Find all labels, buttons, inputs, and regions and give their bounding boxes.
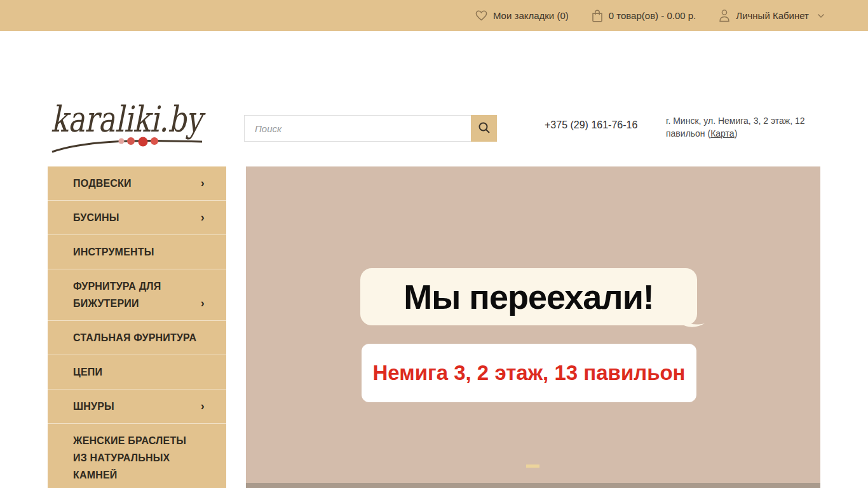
bag-icon <box>592 10 603 22</box>
sidebar-item-instrumenty[interactable]: ИНСТРУМЕНТЫ <box>48 235 226 269</box>
bookmarks-label: Мои закладки (0) <box>493 10 569 21</box>
chevron-right-icon: › <box>201 209 205 226</box>
speech-bubble-tail <box>681 317 707 330</box>
logo-text: karaliki.by <box>51 98 206 140</box>
store-address: г. Минск, ул. Немига, 3, 2 этаж, 12 пави… <box>666 114 818 140</box>
search-input[interactable] <box>244 115 471 142</box>
sidebar-item-businy[interactable]: БУСИНЫ › <box>48 201 226 235</box>
sidebar-item-tsepi[interactable]: ЦЕПИ <box>48 355 226 390</box>
sidebar-item-furnitura-dlya-bizhuterii[interactable]: ФУРНИТУРА ДЛЯ БИЖУТЕРИИ › <box>48 269 226 321</box>
topbar-links: Мои закладки (0) 0 товар(ов) - 0.00 р. <box>475 9 825 22</box>
search-box <box>244 115 497 142</box>
banner-subtitle: Немига 3, 2 этаж, 13 павильон <box>372 361 685 385</box>
user-icon <box>719 9 730 22</box>
next-slide-edge <box>246 483 820 488</box>
address-suffix: ) <box>735 128 738 139</box>
search-button[interactable] <box>471 115 497 142</box>
phone-number: +375 (29) 161-76-16 <box>545 119 637 131</box>
site-header: karaliki.by +375 (29) 161-76-16 <box>0 31 868 166</box>
slider-indicator[interactable] <box>526 464 539 468</box>
search-icon <box>478 121 491 136</box>
bookmarks-link[interactable]: Мои закладки (0) <box>475 10 569 21</box>
chevron-right-icon: › <box>201 175 205 192</box>
account-link[interactable]: Личный Кабинет <box>719 9 825 22</box>
page: Мои закладки (0) 0 товар(ов) - 0.00 р. <box>0 0 868 488</box>
category-menu: ПОДВЕСКИ › БУСИНЫ › ИНСТРУМЕНТЫ ФУРНИТУР… <box>48 166 226 488</box>
banner-title-bubble: Мы переехали! <box>360 268 697 325</box>
site-logo[interactable]: karaliki.by <box>50 86 206 167</box>
banner-title: Мы переехали! <box>403 277 654 316</box>
sidebar-item-zhenskie-braslety[interactable]: ЖЕНСКИЕ БРАСЛЕТЫ ИЗ НАТУРАЛЬНЫХ КАМНЕЙ <box>48 424 226 488</box>
heart-icon <box>475 10 487 21</box>
chevron-down-icon <box>817 13 825 18</box>
topbar: Мои закладки (0) 0 товар(ов) - 0.00 р. <box>0 0 868 31</box>
promo-slider: Мы переехали! Немига 3, 2 этаж, 13 павил… <box>246 166 820 488</box>
sidebar-item-shnury[interactable]: ШНУРЫ › <box>48 390 226 424</box>
map-link[interactable]: Карта <box>710 128 734 139</box>
cart-label: 0 товар(ов) - 0.00 р. <box>609 10 696 21</box>
chevron-right-icon: › <box>201 295 205 312</box>
sidebar-item-stalnaya-furnitura[interactable]: СТАЛЬНАЯ ФУРНИТУРА <box>48 321 226 355</box>
sidebar-item-podveski[interactable]: ПОДВЕСКИ › <box>48 166 226 201</box>
logo-underline <box>52 141 202 152</box>
cart-link[interactable]: 0 товар(ов) - 0.00 р. <box>592 10 696 22</box>
chevron-right-icon: › <box>201 398 205 415</box>
category-list: ПОДВЕСКИ › БУСИНЫ › ИНСТРУМЕНТЫ ФУРНИТУР… <box>48 166 226 488</box>
banner-subtitle-bubble: Немига 3, 2 этаж, 13 павильон <box>362 344 696 402</box>
account-label: Личный Кабинет <box>736 10 809 21</box>
